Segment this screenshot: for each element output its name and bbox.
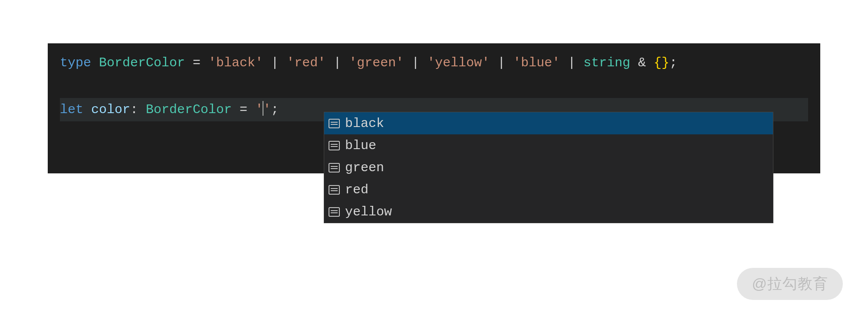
code-editor[interactable]: type BorderColor = 'black' | 'red' | 'gr… <box>48 43 820 173</box>
operator-pipe: | <box>560 55 583 70</box>
suggest-label: red <box>345 182 368 197</box>
operator-pipe: | <box>490 55 513 70</box>
string-literal: 'yellow' <box>427 55 490 70</box>
type-name: BorderColor <box>146 102 232 117</box>
operator-pipe: | <box>263 55 286 70</box>
keyword-type: type <box>60 55 91 70</box>
string-literal: 'green' <box>349 55 404 70</box>
suggest-item-black[interactable]: black <box>324 112 773 134</box>
suggest-label: yellow <box>345 205 392 219</box>
type-name: BorderColor <box>99 55 185 70</box>
operator-amp: & <box>630 55 654 70</box>
string-literal: 'black' <box>208 55 263 70</box>
suggest-item-green[interactable]: green <box>324 156 773 179</box>
string-literal: 'red' <box>286 55 326 70</box>
semicolon: ; <box>271 102 279 117</box>
identifier: color <box>91 102 130 117</box>
string-quote-open: ' <box>255 102 263 117</box>
suggest-item-blue[interactable]: blue <box>324 134 773 156</box>
suggest-label: blue <box>345 138 376 153</box>
builtin-type: string <box>583 55 630 70</box>
operator-pipe: | <box>404 55 427 70</box>
operator-pipe: | <box>326 55 349 70</box>
suggest-item-red[interactable]: red <box>324 179 773 201</box>
string-quote-close: ' <box>263 102 271 117</box>
enum-member-icon <box>329 119 340 128</box>
operator-eq: = <box>185 55 208 70</box>
operator-eq: = <box>232 102 255 117</box>
semicolon: ; <box>669 55 677 70</box>
suggest-label: green <box>345 160 384 175</box>
keyword-let: let <box>60 102 83 117</box>
enum-member-icon <box>329 141 340 150</box>
braces: {} <box>654 55 669 70</box>
enum-member-icon <box>329 163 340 173</box>
enum-member-icon <box>329 185 340 195</box>
watermark-badge: @拉勾教育 <box>737 268 843 300</box>
code-line-1: type BorderColor = 'black' | 'red' | 'gr… <box>60 51 808 75</box>
suggest-item-yellow[interactable]: yellow <box>324 201 773 223</box>
intellisense-popup[interactable]: black blue green red yellow <box>324 112 773 223</box>
enum-member-icon <box>329 207 340 217</box>
string-literal: 'blue' <box>513 55 560 70</box>
code-line-2 <box>60 75 808 98</box>
suggest-label: black <box>345 116 384 131</box>
colon: : <box>130 102 146 117</box>
